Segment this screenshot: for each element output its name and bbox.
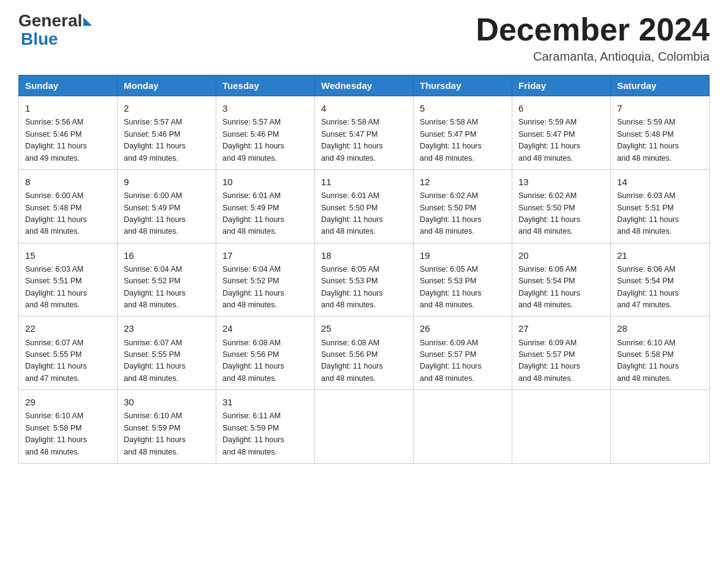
day-info: Sunrise: 5:58 AM Sunset: 5:47 PM Dayligh… (420, 117, 506, 164)
col-header-thursday: Thursday (414, 75, 512, 96)
day-number: 8 (25, 175, 111, 189)
day-cell: 21Sunrise: 6:06 AM Sunset: 5:54 PM Dayli… (611, 243, 710, 316)
day-info: Sunrise: 6:09 AM Sunset: 5:57 PM Dayligh… (518, 337, 604, 385)
day-number: 9 (124, 175, 210, 189)
day-number: 19 (420, 248, 506, 262)
day-number: 26 (420, 321, 506, 335)
day-number: 4 (321, 101, 407, 115)
day-number: 15 (25, 248, 111, 262)
day-info: Sunrise: 6:10 AM Sunset: 5:58 PM Dayligh… (25, 410, 111, 458)
col-header-saturday: Saturday (611, 75, 710, 96)
day-cell: 24Sunrise: 6:08 AM Sunset: 5:56 PM Dayli… (216, 316, 315, 390)
day-info: Sunrise: 6:07 AM Sunset: 5:55 PM Dayligh… (124, 337, 210, 385)
page-header: General Blue December 2024 Caramanta, An… (18, 12, 710, 64)
day-cell: 27Sunrise: 6:09 AM Sunset: 5:57 PM Dayli… (512, 316, 611, 390)
col-header-sunday: Sunday (19, 75, 118, 96)
header-row: SundayMondayTuesdayWednesdayThursdayFrid… (19, 75, 710, 96)
day-number: 30 (124, 395, 210, 409)
day-info: Sunrise: 6:06 AM Sunset: 5:54 PM Dayligh… (617, 264, 703, 312)
day-info: Sunrise: 5:57 AM Sunset: 5:46 PM Dayligh… (222, 117, 308, 164)
month-title: December 2024 (476, 12, 710, 47)
calendar-table: SundayMondayTuesdayWednesdayThursdayFrid… (18, 75, 710, 464)
day-number: 22 (25, 321, 111, 335)
day-cell: 6Sunrise: 5:59 AM Sunset: 5:47 PM Daylig… (512, 96, 611, 170)
day-number: 20 (518, 248, 604, 262)
week-row-4: 22Sunrise: 6:07 AM Sunset: 5:55 PM Dayli… (19, 316, 710, 390)
day-info: Sunrise: 6:05 AM Sunset: 5:53 PM Dayligh… (321, 264, 407, 312)
week-row-2: 8Sunrise: 6:00 AM Sunset: 5:48 PM Daylig… (19, 169, 710, 243)
day-number: 23 (124, 321, 210, 335)
day-number: 1 (25, 101, 111, 115)
day-number: 14 (617, 175, 703, 189)
day-info: Sunrise: 6:03 AM Sunset: 5:51 PM Dayligh… (25, 264, 111, 312)
day-info: Sunrise: 6:07 AM Sunset: 5:55 PM Dayligh… (25, 337, 111, 385)
col-header-tuesday: Tuesday (216, 75, 315, 96)
day-number: 11 (321, 175, 407, 189)
title-area: December 2024 Caramanta, Antioquia, Colo… (476, 12, 710, 64)
day-info: Sunrise: 6:06 AM Sunset: 5:54 PM Dayligh… (518, 264, 604, 312)
day-number: 3 (222, 101, 308, 115)
day-info: Sunrise: 5:57 AM Sunset: 5:46 PM Dayligh… (124, 117, 210, 164)
day-info: Sunrise: 6:00 AM Sunset: 5:49 PM Dayligh… (124, 190, 210, 238)
logo-general-text: General (18, 12, 82, 29)
day-number: 29 (25, 395, 111, 409)
day-cell: 9Sunrise: 6:00 AM Sunset: 5:49 PM Daylig… (118, 169, 216, 243)
day-cell: 14Sunrise: 6:03 AM Sunset: 5:51 PM Dayli… (611, 169, 710, 243)
day-number: 24 (222, 321, 308, 335)
day-cell: 4Sunrise: 5:58 AM Sunset: 5:47 PM Daylig… (315, 96, 414, 170)
day-cell: 8Sunrise: 6:00 AM Sunset: 5:48 PM Daylig… (19, 169, 118, 243)
day-cell: 28Sunrise: 6:10 AM Sunset: 5:58 PM Dayli… (611, 316, 710, 390)
week-row-1: 1Sunrise: 5:56 AM Sunset: 5:46 PM Daylig… (19, 96, 710, 170)
calendar-body: 1Sunrise: 5:56 AM Sunset: 5:46 PM Daylig… (19, 96, 710, 464)
logo-blue-text: Blue (21, 29, 58, 48)
day-cell: 12Sunrise: 6:02 AM Sunset: 5:50 PM Dayli… (414, 169, 512, 243)
day-cell: 2Sunrise: 5:57 AM Sunset: 5:46 PM Daylig… (118, 96, 216, 170)
day-cell: 25Sunrise: 6:08 AM Sunset: 5:56 PM Dayli… (315, 316, 414, 390)
day-number: 17 (222, 248, 308, 262)
day-number: 12 (420, 175, 506, 189)
day-info: Sunrise: 6:11 AM Sunset: 5:59 PM Dayligh… (222, 410, 308, 458)
week-row-5: 29Sunrise: 6:10 AM Sunset: 5:58 PM Dayli… (19, 390, 710, 464)
day-number: 5 (420, 101, 506, 115)
day-number: 10 (222, 175, 308, 189)
day-cell: 19Sunrise: 6:05 AM Sunset: 5:53 PM Dayli… (414, 243, 512, 316)
day-info: Sunrise: 5:59 AM Sunset: 5:48 PM Dayligh… (617, 117, 703, 164)
day-cell: 10Sunrise: 6:01 AM Sunset: 5:49 PM Dayli… (216, 169, 315, 243)
day-number: 13 (518, 175, 604, 189)
day-cell: 7Sunrise: 5:59 AM Sunset: 5:48 PM Daylig… (611, 96, 710, 170)
calendar-header: SundayMondayTuesdayWednesdayThursdayFrid… (19, 75, 710, 96)
day-info: Sunrise: 6:10 AM Sunset: 5:58 PM Dayligh… (617, 337, 703, 385)
day-number: 25 (321, 321, 407, 335)
day-cell: 29Sunrise: 6:10 AM Sunset: 5:58 PM Dayli… (19, 390, 118, 464)
day-cell (512, 390, 611, 464)
day-info: Sunrise: 6:10 AM Sunset: 5:59 PM Dayligh… (124, 410, 210, 458)
col-header-friday: Friday (512, 75, 611, 96)
day-cell (611, 390, 710, 464)
day-cell: 31Sunrise: 6:11 AM Sunset: 5:59 PM Dayli… (216, 390, 315, 464)
day-number: 31 (222, 395, 308, 409)
day-info: Sunrise: 5:56 AM Sunset: 5:46 PM Dayligh… (25, 117, 111, 164)
day-info: Sunrise: 6:01 AM Sunset: 5:50 PM Dayligh… (321, 190, 407, 238)
day-cell: 11Sunrise: 6:01 AM Sunset: 5:50 PM Dayli… (315, 169, 414, 243)
week-row-3: 15Sunrise: 6:03 AM Sunset: 5:51 PM Dayli… (19, 243, 710, 316)
day-number: 28 (617, 321, 703, 335)
day-info: Sunrise: 6:08 AM Sunset: 5:56 PM Dayligh… (222, 337, 308, 385)
day-info: Sunrise: 6:00 AM Sunset: 5:48 PM Dayligh… (25, 190, 111, 238)
day-cell: 5Sunrise: 5:58 AM Sunset: 5:47 PM Daylig… (414, 96, 512, 170)
logo-arrow-icon (83, 17, 92, 26)
day-cell: 20Sunrise: 6:06 AM Sunset: 5:54 PM Dayli… (512, 243, 611, 316)
day-info: Sunrise: 5:59 AM Sunset: 5:47 PM Dayligh… (518, 117, 604, 164)
day-number: 27 (518, 321, 604, 335)
day-number: 21 (617, 248, 703, 262)
day-info: Sunrise: 6:02 AM Sunset: 5:50 PM Dayligh… (518, 190, 604, 238)
day-number: 18 (321, 248, 407, 262)
logo: General Blue (18, 12, 92, 49)
day-cell: 23Sunrise: 6:07 AM Sunset: 5:55 PM Dayli… (118, 316, 216, 390)
day-cell: 16Sunrise: 6:04 AM Sunset: 5:52 PM Dayli… (118, 243, 216, 316)
day-info: Sunrise: 6:03 AM Sunset: 5:51 PM Dayligh… (617, 190, 703, 238)
day-cell: 13Sunrise: 6:02 AM Sunset: 5:50 PM Dayli… (512, 169, 611, 243)
day-number: 2 (124, 101, 210, 115)
day-cell: 17Sunrise: 6:04 AM Sunset: 5:52 PM Dayli… (216, 243, 315, 316)
day-info: Sunrise: 5:58 AM Sunset: 5:47 PM Dayligh… (321, 117, 407, 164)
day-cell (315, 390, 414, 464)
